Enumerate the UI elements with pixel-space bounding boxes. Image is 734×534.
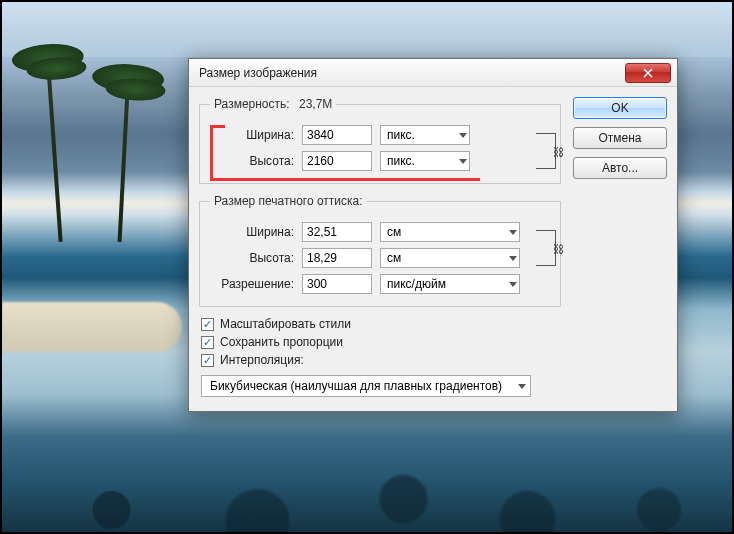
resample-label: Интерполяция: (220, 353, 304, 367)
chevron-down-icon (509, 282, 517, 287)
constrain-proportions-label: Сохранить пропорции (220, 335, 343, 349)
constrain-link-icon[interactable]: ⛓ (553, 145, 563, 159)
annotation-highlight (210, 125, 480, 181)
doc-height-label: Высота: (210, 251, 294, 265)
chevron-down-icon (509, 230, 517, 235)
resolution-unit-combo[interactable]: пикс/дюйм (380, 274, 520, 294)
doc-height-input[interactable] (302, 248, 372, 268)
pixel-dimensions-group: Размерность: 23,7M Ширина: пикс. Высота:… (199, 97, 561, 184)
filesize-label: 23,7M (299, 97, 332, 111)
doc-height-unit-combo[interactable]: см (380, 248, 520, 268)
ok-button[interactable]: OK (573, 97, 667, 119)
doc-width-input[interactable] (302, 222, 372, 242)
close-button[interactable] (625, 63, 671, 83)
resample-checkbox[interactable] (201, 354, 214, 367)
image-size-dialog: Размер изображения Размерность: 23,7M Ши… (188, 58, 678, 412)
auto-button[interactable]: Авто... (573, 157, 667, 179)
constrain-link-icon[interactable]: ⛓ (553, 242, 563, 256)
scale-styles-checkbox[interactable] (201, 318, 214, 331)
scale-styles-label: Масштабировать стили (220, 317, 351, 331)
document-size-group: Размер печатного оттиска: Ширина: см Выс… (199, 194, 561, 307)
interpolation-combo[interactable]: Бикубическая (наилучшая для плавных град… (201, 375, 531, 397)
chevron-down-icon (518, 384, 526, 389)
document-size-legend: Размер печатного оттиска: (210, 194, 367, 208)
doc-width-unit-combo[interactable]: см (380, 222, 520, 242)
pixel-dimensions-legend: Размерность: 23,7M (210, 97, 336, 111)
close-icon (643, 68, 653, 78)
resolution-input[interactable] (302, 274, 372, 294)
resolution-label: Разрешение: (210, 277, 294, 291)
dialog-title: Размер изображения (199, 66, 625, 80)
cancel-button[interactable]: Отмена (573, 127, 667, 149)
chevron-down-icon (509, 256, 517, 261)
titlebar[interactable]: Размер изображения (189, 59, 677, 87)
constrain-proportions-checkbox[interactable] (201, 336, 214, 349)
doc-width-label: Ширина: (210, 225, 294, 239)
